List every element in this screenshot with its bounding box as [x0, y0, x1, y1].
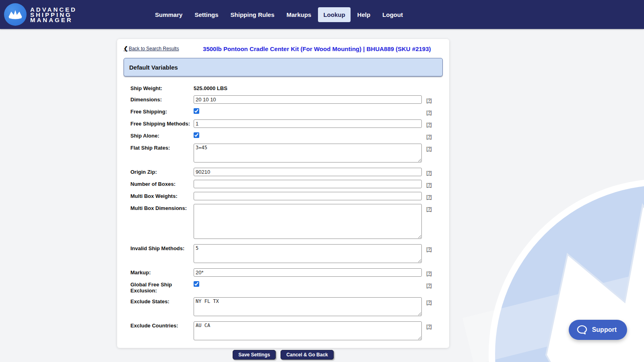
free-shipping-checkbox[interactable] [194, 108, 199, 114]
flat-ship-rates-control [194, 144, 422, 164]
exclude-states-label: Exclude States: [130, 297, 194, 304]
origin-zip-label: Origin Zip: [130, 168, 194, 175]
ship-weight-help-cell [422, 84, 436, 85]
support-label: Support [592, 326, 617, 333]
form-row-multi-box-weights: Multi Box Weights:[?] [130, 192, 434, 200]
free-shipping-methods-input[interactable] [194, 119, 422, 128]
invalid-ship-methods-help-link[interactable]: [?] [426, 247, 431, 252]
support-button[interactable]: Support [569, 320, 627, 340]
invalid-ship-methods-control [194, 244, 422, 265]
cancel-go-back-button[interactable]: Cancel & Go Back [281, 350, 333, 360]
origin-zip-input[interactable] [194, 168, 422, 176]
multi-box-dimensions-help-cell: [?] [422, 204, 436, 212]
free-shipping-control [194, 107, 422, 115]
chat-bubble-icon [577, 325, 587, 335]
flat-ship-rates-help-cell: [?] [422, 144, 436, 152]
multi-box-weights-help-link[interactable]: [?] [426, 194, 431, 200]
global-free-ship-exclusion-checkbox[interactable] [194, 281, 199, 287]
multi-box-weights-input[interactable] [194, 192, 422, 200]
content-card: ❮Back to Search Results 3500lb Pontoon C… [117, 39, 449, 348]
number-of-boxes-input[interactable] [194, 180, 422, 188]
form-rows: Ship Weight:525.0000 LBSDimensions:[?]Fr… [130, 84, 434, 342]
default-variables-panel-header: Default Variables [124, 58, 443, 76]
markup-label: Markup: [130, 268, 194, 276]
free-shipping-methods-help-cell: [?] [422, 119, 436, 128]
exclude-states-help-cell: [?] [422, 297, 436, 306]
nav-item-help[interactable]: Help [352, 7, 376, 22]
form-row-flat-ship-rates: Flat Ship Rates:[?] [130, 144, 434, 164]
free-shipping-methods-label: Free Shipping Methods: [130, 119, 194, 127]
number-of-boxes-help-cell: [?] [422, 180, 436, 188]
nav-item-logout[interactable]: Logout [377, 7, 408, 22]
back-to-search-link[interactable]: ❮Back to Search Results [124, 45, 179, 51]
exclude-countries-help-cell: [?] [422, 321, 436, 330]
global-free-ship-exclusion-control [194, 280, 422, 288]
ship-weight-control: 525.0000 LBS [194, 84, 422, 92]
form-row-number-of-boxes: Number of Boxes:[?] [130, 180, 434, 188]
form-row-invalid-ship-methods: Invalid Ship Methods:[?] [130, 244, 434, 265]
exclude-countries-help-link[interactable]: [?] [426, 324, 431, 329]
exclude-states-control [194, 297, 422, 318]
nav-item-shipping-rules[interactable]: Shipping Rules [225, 7, 280, 22]
multi-box-weights-control [194, 192, 422, 200]
dimensions-input[interactable] [194, 95, 422, 104]
ship-alone-help-link[interactable]: [?] [426, 134, 431, 140]
dimensions-help-link[interactable]: [?] [426, 98, 431, 103]
form-row-free-shipping-methods: Free Shipping Methods:[?] [130, 119, 434, 128]
invalid-ship-methods-textarea[interactable] [194, 244, 422, 263]
free-shipping-help-link[interactable]: [?] [426, 110, 431, 115]
invalid-ship-methods-help-cell: [?] [422, 244, 436, 253]
save-settings-button[interactable]: Save Settings [233, 350, 276, 360]
card-header: ❮Back to Search Results 3500lb Pontoon C… [117, 39, 449, 52]
origin-zip-control [194, 168, 422, 176]
form-row-dimensions: Dimensions:[?] [130, 95, 434, 104]
form-row-free-shipping: Free Shipping:[?] [130, 107, 434, 116]
free-shipping-label: Free Shipping: [130, 107, 194, 115]
markup-input[interactable] [194, 268, 422, 277]
form-row-ship-weight: Ship Weight:525.0000 LBS [130, 84, 434, 92]
flat-ship-rates-textarea[interactable] [194, 144, 422, 162]
form-row-multi-box-dimensions: Multi Box Dimensions:[?] [130, 204, 434, 241]
ship-weight-value: 525.0000 LBS [194, 84, 227, 91]
logo-circle [4, 3, 27, 26]
exclude-countries-control [194, 321, 422, 342]
free-shipping-methods-help-link[interactable]: [?] [426, 122, 431, 128]
multi-box-dimensions-textarea[interactable] [194, 204, 422, 239]
brand-text: Advanced Shipping Manager [30, 7, 77, 23]
form-row-ship-alone: Ship Alone:[?] [130, 132, 434, 140]
flat-ship-rates-label: Flat Ship Rates: [130, 144, 194, 151]
free-shipping-help-cell: [?] [422, 107, 436, 116]
ship-alone-checkbox[interactable] [194, 132, 199, 138]
invalid-ship-methods-label: Invalid Ship Methods: [130, 244, 194, 251]
nav-item-lookup[interactable]: Lookup [318, 7, 350, 22]
exclude-countries-label: Exclude Countries: [130, 321, 194, 329]
exclude-states-textarea[interactable] [194, 297, 422, 316]
ship-alone-label: Ship Alone: [130, 132, 194, 139]
form-row-global-free-ship-exclusion: Global Free Ship Exclusion:[?] [130, 280, 434, 294]
form-row-markup: Markup:[?] [130, 268, 434, 277]
multi-box-dimensions-label: Multi Box Dimensions: [130, 204, 194, 211]
exclude-countries-textarea[interactable] [194, 321, 422, 340]
nav-item-settings[interactable]: Settings [189, 7, 223, 22]
origin-zip-help-link[interactable]: [?] [426, 170, 431, 176]
multi-box-weights-help-cell: [?] [422, 192, 436, 200]
markup-control [194, 268, 422, 277]
flat-ship-rates-help-link[interactable]: [?] [426, 146, 431, 152]
multi-box-dimensions-help-link[interactable]: [?] [426, 206, 431, 212]
number-of-boxes-help-link[interactable]: [?] [426, 182, 431, 188]
ship-weight-label: Ship Weight: [130, 84, 194, 91]
nav-item-summary[interactable]: Summary [150, 7, 188, 22]
global-free-ship-exclusion-help-link[interactable]: [?] [426, 283, 431, 288]
exclude-states-help-link[interactable]: [?] [426, 300, 431, 305]
global-free-ship-exclusion-help-cell: [?] [422, 280, 436, 289]
number-of-boxes-label: Number of Boxes: [130, 180, 194, 187]
markup-help-link[interactable]: [?] [426, 271, 431, 276]
origin-zip-help-cell: [?] [422, 168, 436, 176]
form-row-exclude-states: Exclude States:[?] [130, 297, 434, 318]
nav-item-markups[interactable]: Markups [281, 7, 317, 22]
form-row-exclude-countries: Exclude Countries:[?] [130, 321, 434, 342]
multi-box-dimensions-control [194, 204, 422, 241]
dimensions-control [194, 95, 422, 104]
page-title: 3500lb Pontoon Cradle Center Kit (For Wo… [179, 45, 443, 52]
brand-logo[interactable]: Advanced Shipping Manager [4, 3, 77, 26]
